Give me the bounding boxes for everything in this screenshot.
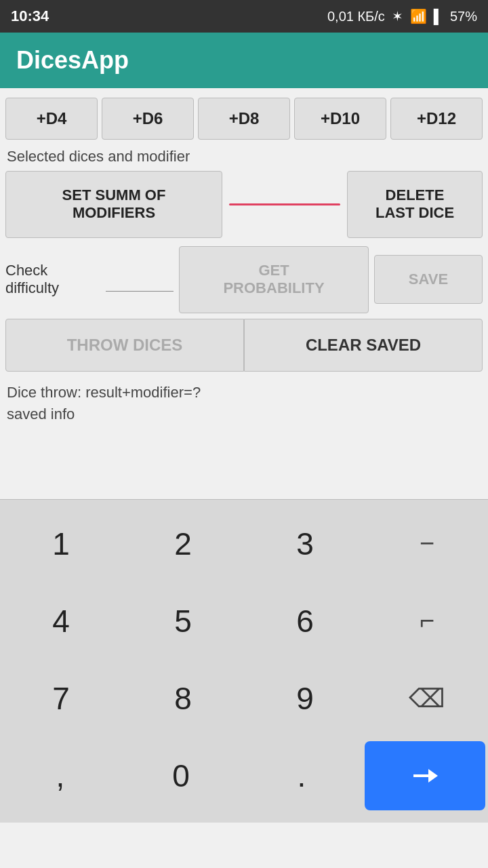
- key-7[interactable]: 7: [0, 661, 122, 736]
- dice-buttons-row: +D4 +D6 +D8 +D10 +D12: [0, 88, 488, 145]
- modifier-row: SET SUMM OF MODIFIERS DELETE LAST DICE: [0, 171, 488, 243]
- key-8[interactable]: 8: [122, 661, 244, 736]
- key-3[interactable]: 3: [244, 507, 366, 581]
- get-probability-button[interactable]: GET PROBABILITY: [179, 246, 369, 313]
- battery-level: 57%: [450, 9, 477, 24]
- key-6[interactable]: 6: [244, 584, 366, 658]
- app-bar: DicesApp: [0, 33, 488, 88]
- keyboard-row-1: 1 2 3 −: [0, 507, 488, 581]
- wifi-icon: 📶: [410, 8, 427, 24]
- selected-dices-label: Selected dices and modifier: [0, 145, 488, 171]
- app-title: DicesApp: [16, 46, 129, 74]
- difficulty-label: Check difficulty: [5, 262, 100, 298]
- keyboard-row-3: 7 8 9 ⌫: [0, 661, 488, 736]
- clear-saved-button[interactable]: CLEAR SAVED: [244, 319, 483, 372]
- result-text: Dice throw: result+modifier=?: [7, 384, 481, 401]
- key-5[interactable]: 5: [122, 584, 244, 658]
- status-time: 10:34: [11, 7, 49, 25]
- svg-marker-1: [428, 769, 438, 783]
- key-4[interactable]: 4: [0, 584, 122, 658]
- keyboard: 1 2 3 − 4 5 6 ⌐ 7 8 9 ⌫ , 0 .: [0, 499, 488, 823]
- dice-d12-button[interactable]: +D12: [390, 98, 483, 140]
- key-0[interactable]: 0: [121, 738, 241, 813]
- modifier-line: [229, 203, 340, 205]
- status-bar: 10:34 0,01 КБ/с ✶ 📶 ▌ 57%: [0, 0, 488, 33]
- bluetooth-icon: ✶: [392, 8, 403, 24]
- key-enter[interactable]: [365, 741, 485, 810]
- delete-last-dice-button[interactable]: DELETE LAST DICE: [347, 171, 483, 238]
- key-9[interactable]: 9: [244, 661, 366, 736]
- keyboard-row-4: , 0 .: [0, 738, 488, 813]
- key-comma[interactable]: ,: [0, 738, 121, 813]
- difficulty-input[interactable]: [106, 268, 174, 292]
- key-minus[interactable]: −: [366, 507, 488, 581]
- throw-dices-button[interactable]: THROW DICES: [5, 319, 244, 372]
- status-data-speed: 0,01 КБ/с: [327, 9, 385, 24]
- dice-d8-button[interactable]: +D8: [198, 98, 290, 140]
- difficulty-row: Check difficulty GET PROBABILITY SAVE: [0, 243, 488, 319]
- save-button[interactable]: SAVE: [374, 255, 483, 304]
- key-backspace[interactable]: ⌫: [366, 661, 488, 736]
- key-2[interactable]: 2: [122, 507, 244, 581]
- main-content: +D4 +D6 +D8 +D10 +D12 Selected dices and…: [0, 88, 488, 499]
- action-row: THROW DICES CLEAR SAVED: [0, 319, 488, 377]
- keyboard-row-2: 4 5 6 ⌐: [0, 584, 488, 658]
- dice-d6-button[interactable]: +D6: [102, 98, 194, 140]
- saved-info: saved info: [7, 406, 481, 423]
- key-return[interactable]: ⌐: [366, 584, 488, 658]
- dice-d4-button[interactable]: +D4: [5, 98, 98, 140]
- dice-d10-button[interactable]: +D10: [294, 98, 386, 140]
- modifier-divider: [222, 203, 347, 205]
- signal-icon: ▌: [434, 9, 443, 24]
- result-area: Dice throw: result+modifier=? saved info: [0, 377, 488, 499]
- set-summ-button[interactable]: SET SUMM OF MODIFIERS: [5, 171, 222, 238]
- key-1[interactable]: 1: [0, 507, 122, 581]
- status-right: 0,01 КБ/с ✶ 📶 ▌ 57%: [327, 8, 477, 24]
- key-dot[interactable]: .: [241, 738, 362, 813]
